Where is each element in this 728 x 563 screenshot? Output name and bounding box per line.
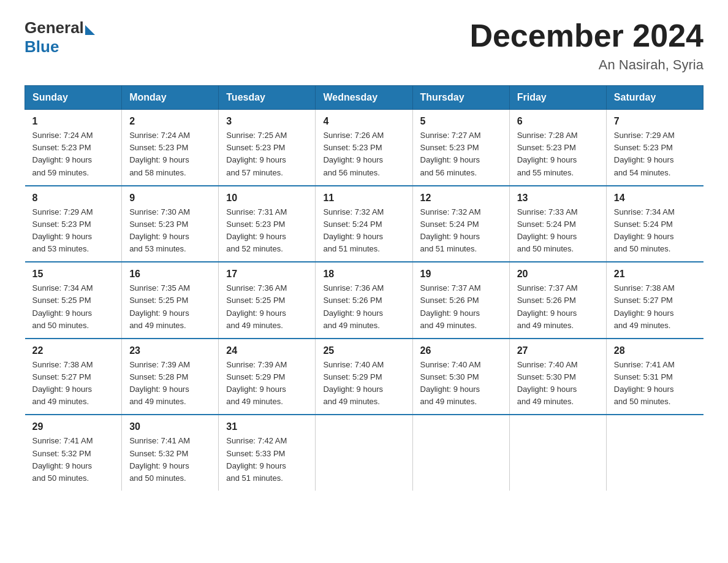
day-info: Sunrise: 7:41 AMSunset: 5:32 PMDaylight:… <box>32 435 115 484</box>
calendar-cell: 8Sunrise: 7:29 AMSunset: 5:23 PMDaylight… <box>25 186 122 262</box>
col-header-saturday: Saturday <box>606 86 703 110</box>
day-number: 1 <box>32 116 115 127</box>
day-number: 28 <box>614 345 696 356</box>
day-info: Sunrise: 7:30 AMSunset: 5:23 PMDaylight:… <box>129 206 211 256</box>
day-info: Sunrise: 7:35 AMSunset: 5:25 PMDaylight:… <box>129 282 211 332</box>
calendar-cell: 24Sunrise: 7:39 AMSunset: 5:29 PMDayligh… <box>219 339 316 415</box>
calendar-cell: 10Sunrise: 7:31 AMSunset: 5:23 PMDayligh… <box>219 186 316 262</box>
day-info: Sunrise: 7:37 AMSunset: 5:26 PMDaylight:… <box>420 282 502 332</box>
day-info: Sunrise: 7:41 AMSunset: 5:31 PMDaylight:… <box>614 359 696 408</box>
day-info: Sunrise: 7:39 AMSunset: 5:29 PMDaylight:… <box>226 359 308 408</box>
calendar-cell: 19Sunrise: 7:37 AMSunset: 5:26 PMDayligh… <box>412 262 509 339</box>
day-number: 30 <box>129 421 211 432</box>
calendar-header-row: SundayMondayTuesdayWednesdayThursdayFrid… <box>25 86 703 110</box>
day-info: Sunrise: 7:32 AMSunset: 5:24 PMDaylight:… <box>420 206 502 256</box>
calendar-week-row: 8Sunrise: 7:29 AMSunset: 5:23 PMDaylight… <box>25 186 703 262</box>
calendar-cell: 25Sunrise: 7:40 AMSunset: 5:29 PMDayligh… <box>316 339 412 415</box>
day-number: 7 <box>614 116 696 127</box>
calendar-cell: 30Sunrise: 7:41 AMSunset: 5:32 PMDayligh… <box>122 415 219 491</box>
calendar-cell: 2Sunrise: 7:24 AMSunset: 5:23 PMDaylight… <box>122 110 219 186</box>
day-number: 8 <box>32 193 115 204</box>
day-info: Sunrise: 7:29 AMSunset: 5:23 PMDaylight:… <box>614 129 696 179</box>
day-number: 6 <box>517 116 599 127</box>
day-info: Sunrise: 7:39 AMSunset: 5:28 PMDaylight:… <box>129 359 211 408</box>
logo-blue: Blue <box>25 37 95 56</box>
day-info: Sunrise: 7:28 AMSunset: 5:23 PMDaylight:… <box>517 129 599 179</box>
day-info: Sunrise: 7:41 AMSunset: 5:32 PMDaylight:… <box>129 435 211 484</box>
calendar-cell: 1Sunrise: 7:24 AMSunset: 5:23 PMDaylight… <box>25 110 122 186</box>
day-number: 25 <box>323 345 404 356</box>
day-info: Sunrise: 7:40 AMSunset: 5:29 PMDaylight:… <box>323 359 404 408</box>
calendar-cell: 31Sunrise: 7:42 AMSunset: 5:33 PMDayligh… <box>219 415 316 491</box>
day-number: 22 <box>32 345 115 356</box>
calendar-cell: 28Sunrise: 7:41 AMSunset: 5:31 PMDayligh… <box>606 339 703 415</box>
logo-triangle-icon <box>85 25 95 35</box>
day-number: 14 <box>614 193 696 204</box>
month-year-title: December 2024 <box>469 18 703 53</box>
calendar-week-row: 22Sunrise: 7:38 AMSunset: 5:27 PMDayligh… <box>25 339 703 415</box>
calendar-week-row: 1Sunrise: 7:24 AMSunset: 5:23 PMDaylight… <box>25 110 703 186</box>
logo-general: General <box>25 18 84 37</box>
calendar-week-row: 29Sunrise: 7:41 AMSunset: 5:32 PMDayligh… <box>25 415 703 491</box>
day-number: 9 <box>129 193 211 204</box>
day-info: Sunrise: 7:29 AMSunset: 5:23 PMDaylight:… <box>32 206 115 256</box>
day-number: 17 <box>226 269 308 280</box>
calendar-cell: 23Sunrise: 7:39 AMSunset: 5:28 PMDayligh… <box>122 339 219 415</box>
col-header-thursday: Thursday <box>412 86 509 110</box>
calendar-cell: 6Sunrise: 7:28 AMSunset: 5:23 PMDaylight… <box>509 110 606 186</box>
calendar-cell: 18Sunrise: 7:36 AMSunset: 5:26 PMDayligh… <box>316 262 412 339</box>
title-block: December 2024 An Nasirah, Syria <box>469 18 703 73</box>
day-info: Sunrise: 7:34 AMSunset: 5:25 PMDaylight:… <box>32 282 115 332</box>
day-info: Sunrise: 7:34 AMSunset: 5:24 PMDaylight:… <box>614 206 696 256</box>
day-info: Sunrise: 7:40 AMSunset: 5:30 PMDaylight:… <box>420 359 502 408</box>
calendar-cell: 9Sunrise: 7:30 AMSunset: 5:23 PMDaylight… <box>122 186 219 262</box>
calendar-cell: 21Sunrise: 7:38 AMSunset: 5:27 PMDayligh… <box>606 262 703 339</box>
calendar-cell <box>412 415 509 491</box>
calendar-cell <box>606 415 703 491</box>
day-number: 31 <box>226 421 308 432</box>
day-number: 24 <box>226 345 308 356</box>
calendar-cell: 7Sunrise: 7:29 AMSunset: 5:23 PMDaylight… <box>606 110 703 186</box>
calendar-cell: 3Sunrise: 7:25 AMSunset: 5:23 PMDaylight… <box>219 110 316 186</box>
col-header-tuesday: Tuesday <box>219 86 316 110</box>
calendar-cell: 16Sunrise: 7:35 AMSunset: 5:25 PMDayligh… <box>122 262 219 339</box>
day-info: Sunrise: 7:27 AMSunset: 5:23 PMDaylight:… <box>420 129 502 179</box>
calendar-cell: 5Sunrise: 7:27 AMSunset: 5:23 PMDaylight… <box>412 110 509 186</box>
calendar-cell: 22Sunrise: 7:38 AMSunset: 5:27 PMDayligh… <box>25 339 122 415</box>
day-info: Sunrise: 7:36 AMSunset: 5:25 PMDaylight:… <box>226 282 308 332</box>
calendar-cell: 27Sunrise: 7:40 AMSunset: 5:30 PMDayligh… <box>509 339 606 415</box>
col-header-sunday: Sunday <box>25 86 122 110</box>
calendar-cell: 17Sunrise: 7:36 AMSunset: 5:25 PMDayligh… <box>219 262 316 339</box>
day-info: Sunrise: 7:38 AMSunset: 5:27 PMDaylight:… <box>32 359 115 408</box>
day-number: 2 <box>129 116 211 127</box>
day-info: Sunrise: 7:24 AMSunset: 5:23 PMDaylight:… <box>129 129 211 179</box>
day-number: 16 <box>129 269 211 280</box>
calendar-cell: 11Sunrise: 7:32 AMSunset: 5:24 PMDayligh… <box>316 186 412 262</box>
day-info: Sunrise: 7:24 AMSunset: 5:23 PMDaylight:… <box>32 129 115 179</box>
col-header-friday: Friday <box>509 86 606 110</box>
day-number: 11 <box>323 193 404 204</box>
calendar-cell: 20Sunrise: 7:37 AMSunset: 5:26 PMDayligh… <box>509 262 606 339</box>
day-info: Sunrise: 7:37 AMSunset: 5:26 PMDaylight:… <box>517 282 599 332</box>
day-number: 27 <box>517 345 599 356</box>
day-number: 29 <box>32 421 115 432</box>
day-info: Sunrise: 7:33 AMSunset: 5:24 PMDaylight:… <box>517 206 599 256</box>
day-info: Sunrise: 7:31 AMSunset: 5:23 PMDaylight:… <box>226 206 308 256</box>
day-info: Sunrise: 7:26 AMSunset: 5:23 PMDaylight:… <box>323 129 404 179</box>
day-number: 23 <box>129 345 211 356</box>
calendar-cell: 14Sunrise: 7:34 AMSunset: 5:24 PMDayligh… <box>606 186 703 262</box>
day-number: 13 <box>517 193 599 204</box>
day-number: 10 <box>226 193 308 204</box>
calendar-table: SundayMondayTuesdayWednesdayThursdayFrid… <box>25 85 703 491</box>
calendar-week-row: 15Sunrise: 7:34 AMSunset: 5:25 PMDayligh… <box>25 262 703 339</box>
day-number: 4 <box>323 116 404 127</box>
day-number: 20 <box>517 269 599 280</box>
calendar-cell: 13Sunrise: 7:33 AMSunset: 5:24 PMDayligh… <box>509 186 606 262</box>
calendar-cell: 12Sunrise: 7:32 AMSunset: 5:24 PMDayligh… <box>412 186 509 262</box>
calendar-cell <box>509 415 606 491</box>
calendar-cell <box>316 415 412 491</box>
day-number: 12 <box>420 193 502 204</box>
day-number: 21 <box>614 269 696 280</box>
location-subtitle: An Nasirah, Syria <box>469 57 703 73</box>
calendar-cell: 29Sunrise: 7:41 AMSunset: 5:32 PMDayligh… <box>25 415 122 491</box>
